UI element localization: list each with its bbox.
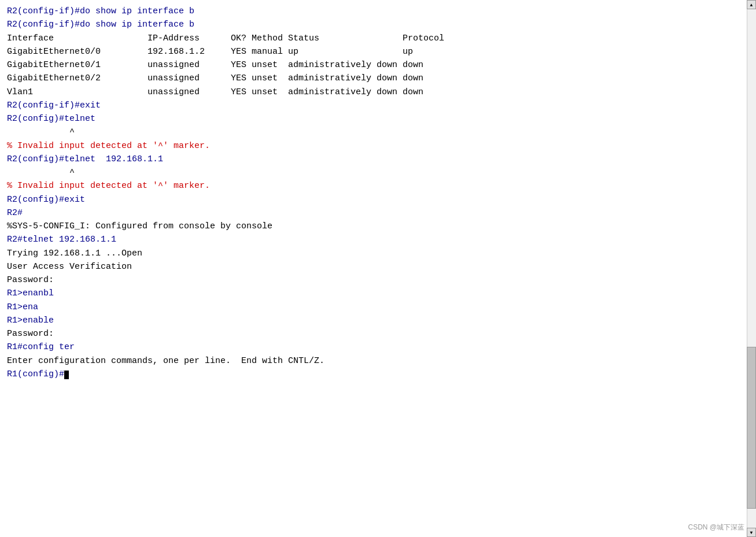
cursor bbox=[64, 371, 69, 379]
terminal-content[interactable]: R2(config-if)#do show ip interface bR2(c… bbox=[0, 0, 747, 537]
scrollbar-arrow-up[interactable]: ▲ bbox=[747, 0, 756, 9]
terminal-line: R2(config-if)#do show ip interface b bbox=[7, 18, 740, 31]
terminal-line: R2(config)#telnet 192.168.1.1 bbox=[7, 153, 740, 166]
terminal-line: ^ bbox=[7, 166, 740, 179]
terminal-line: Interface IP-Address OK? Method Status P… bbox=[7, 32, 740, 45]
terminal-line: Password: bbox=[7, 327, 740, 340]
terminal-line: R1#config ter bbox=[7, 340, 740, 354]
terminal-line: %SYS-5-CONFIG_I: Configured from console… bbox=[7, 220, 740, 233]
scrollbar-arrow-down[interactable]: ▼ bbox=[747, 528, 756, 537]
terminal-line: User Access Verification bbox=[7, 260, 740, 273]
terminal-line: R2(config-if)#exit bbox=[7, 99, 740, 112]
terminal-line: R1>enanbl bbox=[7, 287, 740, 300]
terminal-line: Vlan1 unassigned YES unset administrativ… bbox=[7, 86, 740, 99]
terminal-line: GigabitEthernet0/2 unassigned YES unset … bbox=[7, 72, 740, 85]
terminal-line: R1(config)# bbox=[7, 368, 740, 381]
terminal-line: Password: bbox=[7, 273, 740, 287]
terminal-container: R2(config-if)#do show ip interface bR2(c… bbox=[0, 0, 756, 537]
csdn-watermark: CSDN @城下深蓝 bbox=[688, 523, 744, 532]
terminal-line: Trying 192.168.1.1 ...Open bbox=[7, 247, 740, 260]
terminal-line: R2(config)#exit bbox=[7, 193, 740, 206]
terminal-line: GigabitEthernet0/1 unassigned YES unset … bbox=[7, 58, 740, 72]
terminal-line: R2#telnet 192.168.1.1 bbox=[7, 233, 740, 246]
terminal-line: R2(config)#telnet bbox=[7, 112, 740, 125]
terminal-line: ^ bbox=[7, 125, 740, 139]
scrollbar[interactable]: ▲ ▼ bbox=[747, 0, 756, 537]
terminal-line: Enter configuration commands, one per li… bbox=[7, 354, 740, 368]
terminal-line: GigabitEthernet0/0 192.168.1.2 YES manua… bbox=[7, 45, 740, 58]
scrollbar-thumb[interactable] bbox=[747, 347, 756, 509]
terminal-line: R1>ena bbox=[7, 301, 740, 314]
terminal-line: % Invalid input detected at '^' marker. bbox=[7, 179, 740, 192]
terminal-line: R2# bbox=[7, 206, 740, 220]
terminal-line: R2(config-if)#do show ip interface b bbox=[7, 5, 740, 18]
terminal-line: R1>enable bbox=[7, 314, 740, 327]
terminal-line: % Invalid input detected at '^' marker. bbox=[7, 139, 740, 153]
